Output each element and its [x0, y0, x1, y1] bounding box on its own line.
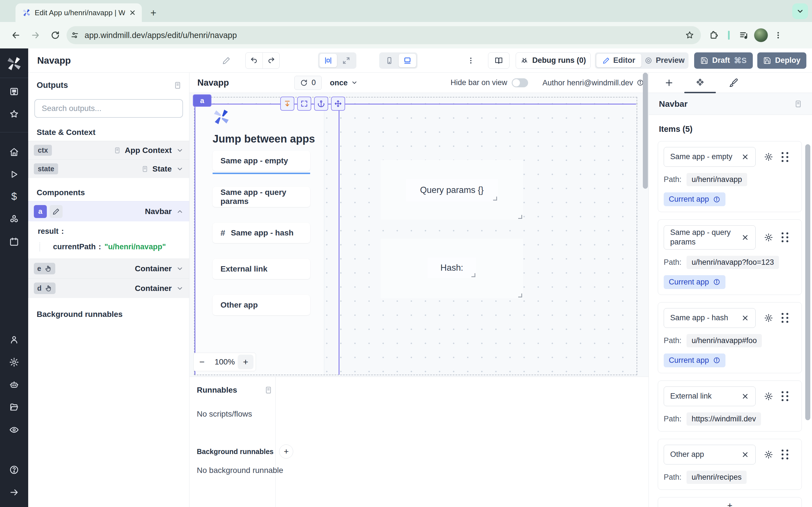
doc-panel-icon[interactable]: [173, 80, 182, 90]
media-controls-button[interactable]: [736, 27, 752, 43]
clear-icon[interactable]: [741, 451, 749, 459]
new-tab-button[interactable]: +: [147, 6, 160, 20]
undo-button[interactable]: [246, 53, 262, 68]
forward-button[interactable]: [28, 27, 43, 43]
browser-tab[interactable]: Edit App u/henri/navapp | Win: [15, 3, 142, 22]
more-options-button[interactable]: [467, 57, 475, 64]
item-drag-handle[interactable]: [781, 391, 789, 401]
component-row-navbar[interactable]: a Navbar: [28, 201, 189, 221]
profile-avatar[interactable]: [754, 28, 768, 42]
centered-layout-button[interactable]: [319, 54, 337, 67]
item-drag-handle[interactable]: [781, 313, 789, 323]
component-edit-id-button[interactable]: [50, 205, 63, 218]
item-drag-handle[interactable]: [781, 152, 789, 162]
item-label-field[interactable]: Other app: [664, 445, 756, 464]
docs-button[interactable]: [488, 52, 509, 69]
sidebar-item-audit[interactable]: [9, 425, 19, 435]
chevron-down-icon[interactable]: [176, 265, 184, 272]
add-item-button[interactable]: +: [658, 497, 802, 507]
sidebar-item-schedules[interactable]: [9, 237, 19, 247]
rename-app-button[interactable]: [222, 56, 231, 65]
item-drag-handle[interactable]: [781, 450, 789, 459]
sidebar-item-workspace[interactable]: [9, 87, 19, 97]
settings-scrollbar[interactable]: [805, 144, 810, 420]
mobile-view-button[interactable]: [380, 54, 398, 67]
debug-runs-button[interactable]: Debug runs (0): [516, 52, 591, 69]
desktop-view-button[interactable]: [399, 54, 416, 67]
item-settings-button[interactable]: [764, 152, 773, 161]
sidebar-item-users[interactable]: [9, 335, 19, 345]
doc-panel-icon[interactable]: [264, 385, 273, 395]
canvas-scrollbar[interactable]: [643, 73, 648, 189]
url-bar[interactable]: app.windmill.dev/apps/edit/u/henri/navap…: [66, 26, 701, 44]
refresh-button[interactable]: 0: [294, 76, 322, 90]
sidebar-item-ai[interactable]: [9, 380, 19, 390]
clear-icon[interactable]: [741, 153, 749, 161]
back-button[interactable]: [8, 27, 24, 43]
info-icon[interactable]: [713, 196, 720, 203]
save-draft-button[interactable]: Draft ⌘S: [694, 52, 753, 69]
clear-icon[interactable]: [741, 392, 749, 400]
hide-bar-toggle[interactable]: [512, 78, 528, 87]
full-width-layout-button[interactable]: [338, 54, 355, 67]
chevron-down-icon[interactable]: [176, 165, 184, 173]
browser-kebab-menu[interactable]: [770, 27, 786, 43]
container-hash[interactable]: Hash:: [380, 239, 523, 298]
expand-handle[interactable]: [297, 97, 311, 111]
sidebar-collapse-button[interactable]: [9, 487, 19, 497]
sidebar-item-folders[interactable]: [9, 402, 19, 412]
expand-down-handle[interactable]: [280, 97, 294, 111]
sidebar-item-favorites[interactable]: [9, 109, 19, 119]
move-handle[interactable]: [331, 97, 345, 111]
tab-component-settings[interactable]: [691, 75, 709, 90]
item-label-field[interactable]: Same app - query params: [664, 225, 756, 249]
nav-item-same-app-empty[interactable]: Same app - empty: [213, 151, 310, 171]
tab-insert-component[interactable]: [660, 75, 678, 90]
chevron-down-icon[interactable]: [176, 147, 184, 154]
nav-item-other-app[interactable]: Other app: [213, 295, 310, 315]
container-query-params[interactable]: Query params {}: [380, 160, 523, 220]
item-drag-handle[interactable]: [781, 232, 789, 242]
component-row-container-d[interactable]: d Container: [28, 278, 189, 298]
run-mode-dropdown[interactable]: once: [330, 78, 358, 87]
chevron-down-icon[interactable]: [176, 285, 184, 292]
query-params-text[interactable]: Query params {}: [406, 179, 498, 202]
item-settings-button[interactable]: [764, 392, 773, 401]
item-label-field[interactable]: External link: [664, 386, 756, 406]
sidebar-item-help[interactable]: [9, 465, 19, 475]
sidebar-item-runs[interactable]: [9, 170, 19, 179]
item-settings-button[interactable]: [764, 233, 773, 242]
search-outputs-input[interactable]: [35, 99, 183, 118]
chevron-up-icon[interactable]: [176, 208, 184, 215]
browser-menu-chevron-button[interactable]: [792, 3, 808, 19]
item-label-field[interactable]: Same app - hash: [664, 308, 756, 328]
info-icon[interactable]: [713, 356, 720, 364]
extensions-button[interactable]: [706, 27, 722, 43]
component-row-container-e[interactable]: e Container: [28, 259, 189, 278]
tab-close-icon[interactable]: [129, 9, 136, 16]
deploy-button[interactable]: Deploy: [757, 52, 806, 69]
bookmark-star-icon[interactable]: [685, 31, 694, 40]
state-row[interactable]: state State: [28, 159, 189, 178]
windmill-logo[interactable]: [6, 56, 22, 71]
doc-panel-icon[interactable]: [794, 99, 802, 109]
hash-text[interactable]: Hash:: [428, 258, 476, 278]
ctx-row[interactable]: ctx App Context: [28, 141, 189, 159]
nav-item-hash[interactable]: #Same app - hash: [213, 223, 310, 243]
site-settings-icon[interactable]: [70, 31, 79, 40]
item-settings-button[interactable]: [764, 450, 773, 459]
sidebar-item-billing[interactable]: $: [11, 191, 17, 202]
zoom-out-button[interactable]: −: [199, 357, 212, 367]
app-canvas[interactable]: Jump between apps Same app - empty Same …: [190, 93, 649, 377]
sidebar-item-resources[interactable]: [9, 214, 19, 224]
sidebar-item-settings[interactable]: [9, 357, 19, 367]
nav-item-query-params[interactable]: Same app - query params: [213, 187, 310, 207]
item-label-field[interactable]: Same app - empty: [664, 147, 756, 167]
redo-button[interactable]: [262, 53, 280, 68]
clear-icon[interactable]: [741, 233, 749, 241]
reload-button[interactable]: [47, 27, 63, 43]
info-icon[interactable]: [713, 278, 720, 286]
preview-tab[interactable]: Preview: [642, 54, 687, 67]
sidebar-item-home[interactable]: [9, 147, 19, 157]
anchor-handle[interactable]: [314, 97, 328, 111]
